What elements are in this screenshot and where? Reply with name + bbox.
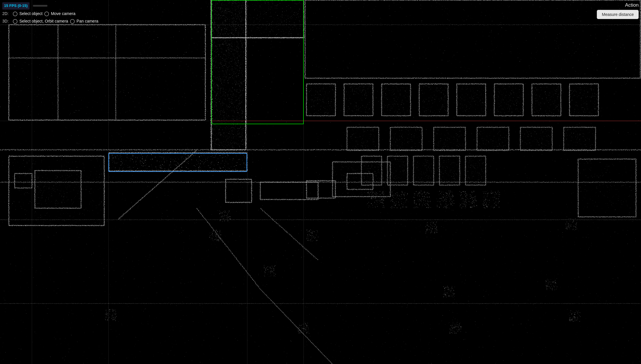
grid-line-v4 [32, 0, 32, 364]
grid-line-h2 [0, 182, 641, 182]
lidar-viewport[interactable] [0, 0, 641, 364]
grid-line-v1 [108, 0, 109, 364]
action-panel: Action Measure distance [597, 2, 639, 19]
grid-line-v3 [303, 0, 304, 364]
action-panel-title: Action [625, 2, 639, 8]
grid-line-v2 [247, 0, 247, 364]
measure-distance-button[interactable]: Measure distance [597, 10, 639, 19]
grid-line-h1 [0, 121, 641, 121]
